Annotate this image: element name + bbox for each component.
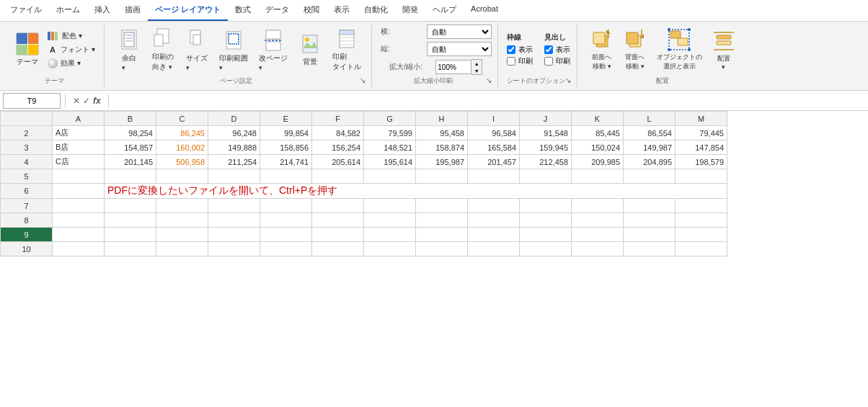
row-header-9[interactable]: 9	[1, 228, 53, 242]
zoom-up-btn[interactable]: ▲	[471, 60, 482, 67]
scale-dialog-btn[interactable]: ↘	[486, 76, 492, 84]
cell-9-J[interactable]	[520, 228, 572, 242]
print-area-button[interactable]: 印刷範囲▾	[215, 26, 252, 74]
cell-2-J[interactable]: 91,548	[520, 126, 572, 140]
print-titles-button[interactable]: 印刷タイトル	[328, 24, 366, 75]
row-header-3[interactable]: 3	[1, 140, 53, 155]
ribbon-tab-自動化[interactable]: 自動化	[357, 0, 395, 21]
cell-9-F[interactable]	[312, 228, 364, 242]
ribbon-tab-開発[interactable]: 開発	[395, 0, 425, 21]
cell-8-J[interactable]	[520, 213, 572, 228]
cell-2-D[interactable]: 96,248	[208, 126, 260, 140]
ribbon-tab-データ[interactable]: データ	[258, 0, 296, 21]
cell-5-J[interactable]	[520, 169, 572, 184]
cell-7-I[interactable]	[468, 199, 520, 213]
cell-4-G[interactable]: 195,614	[364, 155, 416, 169]
ribbon-tab-ヘルプ[interactable]: ヘルプ	[425, 0, 464, 21]
cell-2-F[interactable]: 84,582	[312, 126, 364, 140]
cell-10-M[interactable]	[676, 242, 727, 256]
cell-3-F[interactable]: 156,254	[312, 140, 364, 155]
cell-2-L[interactable]: 86,554	[624, 126, 676, 140]
cell-7-D[interactable]	[208, 199, 260, 213]
confirm-formula-btn[interactable]: ✓	[83, 96, 90, 106]
headings-show-row[interactable]: 表示	[544, 44, 570, 55]
cell-4-M[interactable]: 198,579	[676, 155, 727, 169]
cell-8-M[interactable]	[676, 213, 727, 228]
cell-2-C[interactable]: 86,245	[156, 126, 208, 140]
cell-8-C[interactable]	[156, 213, 208, 228]
cell-7-M[interactable]	[676, 199, 727, 213]
ribbon-tab-ホーム[interactable]: ホーム	[49, 0, 87, 21]
cell-8-D[interactable]	[208, 213, 260, 228]
ribbon-tab-挿入[interactable]: 挿入	[87, 0, 118, 21]
cell-9-I[interactable]	[468, 228, 520, 242]
cell-4-C[interactable]: 506,958	[156, 155, 208, 169]
cell-10-C[interactable]	[156, 242, 208, 256]
cell-9-K[interactable]	[572, 228, 624, 242]
row-header-7[interactable]: 7	[1, 199, 53, 213]
font-button[interactable]: A フォント ▾	[45, 43, 98, 56]
cell-7-C[interactable]	[156, 199, 208, 213]
cell-4-I[interactable]: 201,457	[468, 155, 520, 169]
cell-4-J[interactable]: 212,458	[520, 155, 572, 169]
sheet-options-dialog-btn[interactable]: ↘	[565, 76, 571, 84]
cell-2-M[interactable]: 79,445	[676, 126, 727, 140]
margin-button[interactable]: 余白▾	[113, 26, 145, 74]
cell-7-A[interactable]	[53, 199, 105, 213]
cell-5-E[interactable]	[260, 169, 312, 184]
cell-3-B[interactable]: 154,857	[105, 140, 156, 155]
bring-forward-button[interactable]: 前面へ移動 ▾	[586, 25, 618, 74]
background-button[interactable]: 背景	[294, 30, 326, 70]
cell-3-A[interactable]: B店	[53, 140, 105, 155]
cell-5-B[interactable]	[105, 169, 156, 184]
cell-5-D[interactable]	[208, 169, 260, 184]
cell-2-B[interactable]: 98,254	[105, 126, 156, 140]
insert-function-btn[interactable]: fx	[93, 96, 101, 106]
cell-10-H[interactable]	[416, 242, 468, 256]
headings-show-check[interactable]	[544, 45, 553, 54]
cell-10-D[interactable]	[208, 242, 260, 256]
gridlines-show-check[interactable]	[507, 45, 515, 54]
cell-2-E[interactable]: 99,854	[260, 126, 312, 140]
cell-7-E[interactable]	[260, 199, 312, 213]
cell-3-M[interactable]: 147,854	[676, 140, 727, 155]
cell-2-K[interactable]: 85,445	[572, 126, 624, 140]
height-select[interactable]: 自動	[427, 42, 492, 56]
cell-2-H[interactable]: 95,458	[416, 126, 468, 140]
cell-9-M[interactable]	[676, 228, 727, 242]
cell-5-I[interactable]	[468, 169, 520, 184]
cell-7-L[interactable]	[624, 199, 676, 213]
ribbon-tab-ページ_レイアウト[interactable]: ページ レイアウト	[148, 0, 228, 21]
col-header-K[interactable]: K	[572, 112, 624, 126]
align-button[interactable]: 配置▾	[708, 27, 740, 73]
ribbon-tab-ファイル[interactable]: ファイル	[3, 0, 49, 21]
cell-3-C[interactable]: 160,002	[156, 140, 208, 155]
cell-3-D[interactable]: 149,888	[208, 140, 260, 155]
cell-5-C[interactable]	[156, 169, 208, 184]
cell-10-I[interactable]	[468, 242, 520, 256]
cell-5-K[interactable]	[572, 169, 624, 184]
row-header-5[interactable]: 5	[1, 169, 53, 184]
gridlines-show-row[interactable]: 表示	[507, 44, 533, 55]
cell-7-F[interactable]	[312, 199, 364, 213]
cell-4-F[interactable]: 205,614	[312, 155, 364, 169]
cell-5-F[interactable]	[312, 169, 364, 184]
cell-5-A[interactable]	[53, 169, 105, 184]
cell-10-F[interactable]	[312, 242, 364, 256]
ribbon-tab-校閲[interactable]: 校閲	[296, 0, 327, 21]
cell-2-G[interactable]: 79,599	[364, 126, 416, 140]
headings-print-row[interactable]: 印刷	[544, 55, 570, 67]
ribbon-tab-描画[interactable]: 描画	[118, 0, 148, 21]
row-header-2[interactable]: 2	[1, 126, 53, 140]
cell-3-I[interactable]: 165,584	[468, 140, 520, 155]
cell-9-B[interactable]	[105, 228, 156, 242]
cell-4-A[interactable]: C店	[53, 155, 105, 169]
color-button[interactable]: 配色 ▾	[45, 30, 98, 43]
cell-8-G[interactable]	[364, 213, 416, 228]
name-box[interactable]	[3, 93, 61, 109]
cell-8-F[interactable]	[312, 213, 364, 228]
cell-2-I[interactable]: 96,584	[468, 126, 520, 140]
cell-5-H[interactable]	[416, 169, 468, 184]
select-objects-button[interactable]: オブジェクトの選択と表示	[652, 25, 707, 74]
send-backward-button[interactable]: 背面へ移動 ▾	[619, 25, 651, 74]
